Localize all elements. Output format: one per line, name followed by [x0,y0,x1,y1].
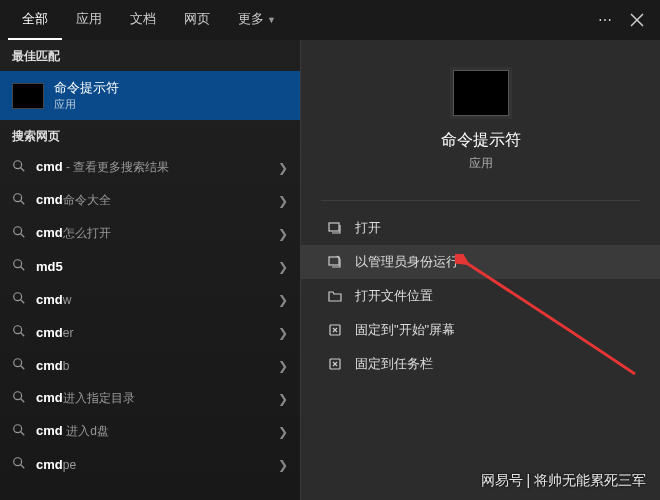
web-search-header: 搜索网页 [0,120,300,151]
chevron-right-icon: ❯ [278,458,288,472]
web-result-item[interactable]: cmdpe❯ [0,448,300,481]
web-result-label: cmd命令大全 [36,192,111,209]
web-result-label: cmdw [36,292,71,307]
svg-line-15 [21,399,25,403]
preview-panel: 命令提示符 应用 打开以管理员身份运行打开文件位置固定到"开始"屏幕固定到任务栏 [300,40,660,500]
best-match-item[interactable]: 命令提示符 应用 [0,71,300,120]
tab-web[interactable]: 网页 [170,0,224,40]
web-result-label: cmdb [36,358,69,373]
search-icon [12,456,26,473]
svg-line-1 [21,168,25,172]
web-result-item[interactable]: cmdw❯ [0,283,300,316]
svg-point-16 [14,425,22,433]
web-result-label: md5 [36,259,63,274]
web-result-label: cmder [36,325,73,340]
svg-point-0 [14,161,22,169]
svg-point-10 [14,326,22,334]
results-panel: 最佳匹配 命令提示符 应用 搜索网页 cmd - 查看更多搜索结果❯cmd命令大… [0,40,300,500]
preview-thumbnail-icon [453,70,509,116]
web-result-item[interactable]: cmd进入指定目录❯ [0,382,300,415]
open-icon [327,220,343,236]
action-pin-taskbar[interactable]: 固定到任务栏 [301,347,660,381]
search-icon [12,423,26,440]
action-label: 以管理员身份运行 [355,253,459,271]
divider [321,200,640,201]
search-icon [12,159,26,176]
search-icon [12,390,26,407]
action-open[interactable]: 打开 [301,211,660,245]
tab-more[interactable]: 更多▼ [224,0,290,40]
admin-icon [327,254,343,270]
best-match-header: 最佳匹配 [0,40,300,71]
chevron-right-icon: ❯ [278,293,288,307]
svg-line-3 [21,201,25,205]
svg-line-9 [21,300,25,304]
app-thumbnail-icon [12,83,44,109]
search-icon [12,357,26,374]
more-options-icon[interactable]: ⋯ [598,12,614,28]
web-result-label: cmdpe [36,457,76,472]
action-pin-start[interactable]: 固定到"开始"屏幕 [301,313,660,347]
search-icon [12,291,26,308]
tab-all[interactable]: 全部 [8,0,62,40]
chevron-right-icon: ❯ [278,227,288,241]
chevron-down-icon: ▼ [267,15,276,25]
action-label: 打开 [355,219,381,237]
top-bar: 全部 应用 文档 网页 更多▼ ⋯ [0,0,660,40]
filter-tabs: 全部 应用 文档 网页 更多▼ [8,0,598,40]
preview-subtitle: 应用 [469,155,493,172]
chevron-right-icon: ❯ [278,326,288,340]
svg-point-14 [14,392,22,400]
svg-line-19 [21,465,25,469]
action-label: 固定到任务栏 [355,355,433,373]
tab-docs[interactable]: 文档 [116,0,170,40]
chevron-right-icon: ❯ [278,260,288,274]
close-icon[interactable] [630,13,644,27]
chevron-right-icon: ❯ [278,194,288,208]
svg-line-13 [21,366,25,370]
web-result-item[interactable]: md5❯ [0,250,300,283]
action-folder[interactable]: 打开文件位置 [301,279,660,313]
preview-title: 命令提示符 [441,130,521,151]
svg-point-6 [14,260,22,268]
best-match-title: 命令提示符 [54,79,119,97]
web-result-item[interactable]: cmd怎么打开❯ [0,217,300,250]
search-icon [12,225,26,242]
web-result-item[interactable]: cmd - 查看更多搜索结果❯ [0,151,300,184]
tab-apps[interactable]: 应用 [62,0,116,40]
best-match-subtitle: 应用 [54,97,119,112]
search-icon [12,324,26,341]
svg-line-5 [21,234,25,238]
folder-icon [327,288,343,304]
web-result-label: cmd - 查看更多搜索结果 [36,159,169,176]
svg-line-11 [21,333,25,337]
watermark: 网易号 | 将帅无能累死三军 [481,472,646,490]
pin-start-icon [327,322,343,338]
svg-point-8 [14,293,22,301]
web-result-label: cmd怎么打开 [36,225,111,242]
svg-rect-21 [329,257,339,265]
svg-line-7 [21,267,25,271]
chevron-right-icon: ❯ [278,359,288,373]
action-label: 固定到"开始"屏幕 [355,321,455,339]
chevron-right-icon: ❯ [278,161,288,175]
web-result-item[interactable]: cmdb❯ [0,349,300,382]
web-result-label: cmd 进入d盘 [36,423,109,440]
svg-line-17 [21,432,25,436]
search-icon [12,258,26,275]
web-result-label: cmd进入指定目录 [36,390,135,407]
web-result-item[interactable]: cmd 进入d盘❯ [0,415,300,448]
svg-rect-20 [329,223,339,231]
pin-taskbar-icon [327,356,343,372]
svg-point-4 [14,227,22,235]
svg-point-12 [14,359,22,367]
action-label: 打开文件位置 [355,287,433,305]
action-admin[interactable]: 以管理员身份运行 [301,245,660,279]
web-result-item[interactable]: cmd命令大全❯ [0,184,300,217]
chevron-right-icon: ❯ [278,425,288,439]
search-icon [12,192,26,209]
svg-point-18 [14,458,22,466]
web-result-item[interactable]: cmder❯ [0,316,300,349]
svg-point-2 [14,194,22,202]
chevron-right-icon: ❯ [278,392,288,406]
